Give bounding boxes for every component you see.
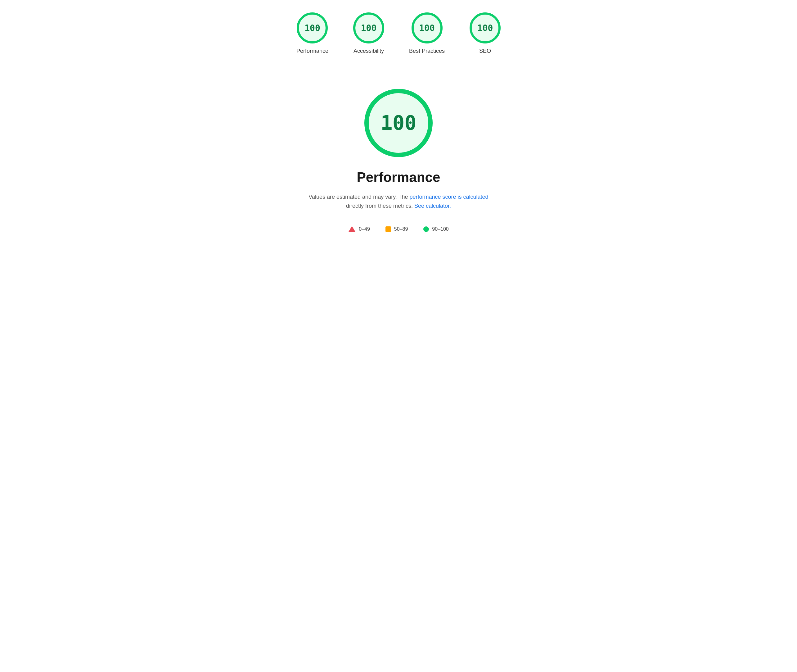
main-section: 100 Performance Values are estimated and… [0, 64, 797, 251]
score-item-accessibility: 100 Accessibility [353, 13, 384, 54]
score-item-performance: 100 Performance [296, 13, 328, 54]
fail-icon [348, 226, 356, 232]
performance-value-small: 100 [305, 23, 320, 33]
accessibility-circle-small: 100 [353, 13, 384, 43]
legend-item-pass: 90–100 [423, 226, 449, 232]
performance-score-link[interactable]: performance score is calculated [410, 194, 489, 200]
legend-item-fail: 0–49 [348, 226, 370, 232]
main-title: Performance [356, 170, 440, 185]
seo-label-small: SEO [479, 48, 491, 54]
performance-label-small: Performance [296, 48, 328, 54]
score-item-best-practices: 100 Best Practices [409, 13, 445, 54]
pass-icon [423, 226, 429, 232]
best-practices-circle-small: 100 [412, 13, 442, 43]
legend: 0–49 50–89 90–100 [348, 226, 449, 232]
description-text-before: Values are estimated and may vary. The [308, 194, 409, 200]
pass-range: 90–100 [432, 226, 449, 232]
average-icon [385, 226, 391, 232]
seo-value-small: 100 [478, 23, 493, 33]
legend-item-average: 50–89 [385, 226, 408, 232]
score-item-seo: 100 SEO [470, 13, 501, 54]
accessibility-value-small: 100 [361, 23, 377, 33]
seo-circle-small: 100 [470, 13, 501, 43]
performance-circle-small: 100 [297, 13, 328, 43]
performance-circle-large: 100 [364, 89, 433, 157]
fail-range: 0–49 [359, 226, 370, 232]
main-description: Values are estimated and may vary. The p… [305, 192, 492, 211]
see-calculator-link[interactable]: See calculator. [414, 203, 451, 209]
description-text-middle: directly from these metrics. [346, 203, 414, 209]
top-scores-row: 100 Performance 100 Accessibility 100 Be… [0, 0, 797, 64]
accessibility-label-small: Accessibility [353, 48, 384, 54]
average-range: 50–89 [394, 226, 408, 232]
best-practices-value-small: 100 [419, 23, 435, 33]
best-practices-label-small: Best Practices [409, 48, 445, 54]
performance-value-large: 100 [380, 112, 417, 134]
